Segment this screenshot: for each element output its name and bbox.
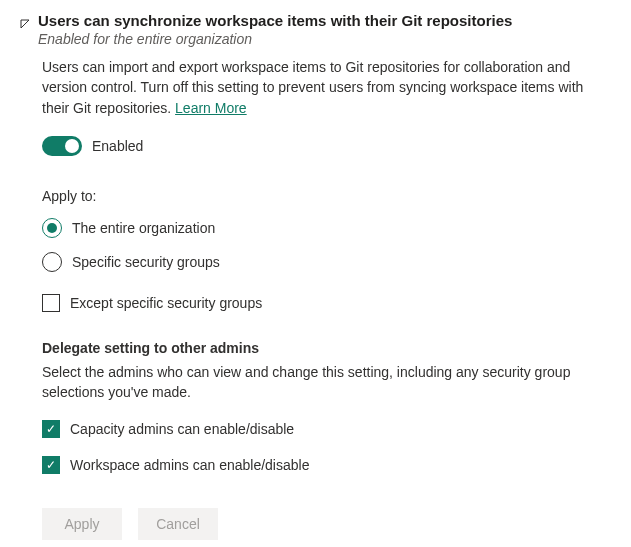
checkbox-except-groups-label: Except specific security groups	[70, 295, 262, 311]
cancel-button[interactable]: Cancel	[138, 508, 218, 540]
setting-scope-subtitle: Enabled for the entire organization	[38, 31, 512, 47]
checkbox-workspace-admins-label: Workspace admins can enable/disable	[70, 457, 309, 473]
radio-entire-organization[interactable]	[42, 218, 62, 238]
checkbox-except-groups[interactable]	[42, 294, 60, 312]
setting-title: Users can synchronize workspace items wi…	[38, 12, 512, 29]
check-icon: ✓	[46, 459, 56, 471]
radio-entire-organization-label: The entire organization	[72, 220, 215, 236]
enabled-toggle[interactable]	[42, 136, 82, 156]
description-text: Users can import and export workspace it…	[42, 59, 583, 116]
collapse-icon[interactable]	[20, 16, 30, 32]
radio-specific-groups[interactable]	[42, 252, 62, 272]
check-icon: ✓	[46, 423, 56, 435]
checkbox-capacity-admins-label: Capacity admins can enable/disable	[70, 421, 294, 437]
toggle-thumb	[65, 139, 79, 153]
checkbox-capacity-admins[interactable]: ✓	[42, 420, 60, 438]
delegate-section-title: Delegate setting to other admins	[42, 340, 611, 356]
radio-dot	[47, 223, 57, 233]
checkbox-workspace-admins[interactable]: ✓	[42, 456, 60, 474]
apply-button[interactable]: Apply	[42, 508, 122, 540]
apply-to-label: Apply to:	[42, 188, 611, 204]
toggle-state-label: Enabled	[92, 138, 143, 154]
setting-description: Users can import and export workspace it…	[42, 57, 611, 118]
learn-more-link[interactable]: Learn More	[175, 100, 247, 116]
radio-specific-groups-label: Specific security groups	[72, 254, 220, 270]
delegate-section-description: Select the admins who can view and chang…	[42, 362, 611, 403]
